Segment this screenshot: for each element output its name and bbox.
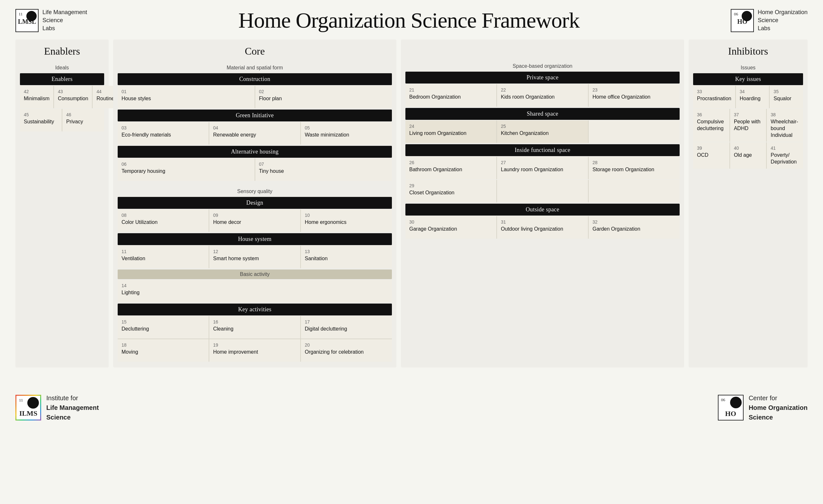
green-header: Green Initiative	[118, 109, 392, 121]
list-item: 23 Home office Organization	[589, 84, 680, 107]
empty-cell	[589, 120, 680, 143]
list-item: 41 Poverty/ Deprivation	[767, 142, 803, 169]
design-header: Design	[118, 197, 392, 209]
enablers-section: Enablers Ideals Enablers 42 Minimalism 4…	[15, 39, 109, 367]
list-item: 21 Bedroom Organization	[405, 84, 496, 107]
private-space-grid: 21 Bedroom Organization 22 Kids room Org…	[405, 84, 680, 107]
logo-text-left: Life Management Science Labs	[42, 8, 87, 33]
empty-cell	[497, 180, 588, 202]
logo-line1-right: Home Organization	[758, 8, 808, 16]
inside-functional-grid: 26 Bathroom Organization 27 Laundry room…	[405, 157, 680, 179]
list-item: 35 Squalor	[770, 86, 803, 108]
list-item: 27 Laundry room Organization	[497, 157, 588, 179]
footer-letters-left: ILMS	[19, 409, 37, 418]
key-issues-header: Key issues	[693, 73, 803, 85]
list-item: 15 Decluttering	[118, 316, 209, 338]
list-item: 07 Tiny house	[255, 158, 392, 181]
footer-line3-right: Science	[749, 413, 808, 422]
list-item: 02 Floor plan	[255, 86, 392, 108]
badge-num-left: 11	[19, 12, 23, 17]
closet-grid: 29 Closet Organization	[405, 180, 680, 202]
space-based-label: Space-based organization	[405, 61, 680, 70]
footer-line2-right: Home Organization	[749, 403, 808, 413]
footer-logo-left: 11 ILMS Institute for Life Management Sc…	[15, 393, 99, 422]
badge-circle-left	[26, 11, 37, 21]
list-item: 18 Moving	[118, 339, 209, 362]
main-framework: Enablers Ideals Enablers 42 Minimalism 4…	[0, 39, 823, 380]
footer-line1-right: Center for	[749, 393, 808, 403]
list-item: 06 Temporary housing	[118, 158, 255, 181]
list-item: 08 Color Utilization	[118, 209, 209, 232]
logo-right: 06 HO Home Organization Science Labs	[731, 8, 808, 33]
basic-activity-header: Basic activity	[118, 269, 392, 279]
logo-line1-left: Life Management	[42, 8, 87, 16]
core-right-section: Space-based organization Private space 2…	[401, 39, 684, 367]
inhibitors-grid-2: 36 Compulsive decluttering 37 People wit…	[693, 109, 803, 142]
material-label: Material and spatial form	[118, 62, 392, 72]
logo-text-right: Home Organization Science Labs	[758, 8, 808, 33]
green-grid: 03 Eco-friendly materials 04 Renewable e…	[118, 122, 392, 145]
list-item: 38 Wheelchair-bound Individual	[767, 109, 803, 142]
list-item: 22 Kids room Organization	[497, 84, 588, 107]
alt-housing-grid: 06 Temporary housing 07 Tiny house	[118, 158, 392, 181]
list-item: 28 Storage room Organization	[589, 157, 680, 179]
list-item: 33 Procrastination	[693, 86, 735, 108]
core-right-spacer	[405, 45, 680, 61]
list-item: 04 Renewable energy	[209, 122, 300, 145]
footer-text-left: Institute for Life Management Science	[46, 393, 99, 422]
list-item: 12 Smart home system	[209, 246, 300, 268]
list-item: 16 Cleaning	[209, 316, 300, 338]
logo-line3-left: Labs	[42, 24, 87, 32]
list-item: 42 Minimalism	[20, 86, 53, 108]
inside-functional-header: Inside functional space	[405, 144, 680, 156]
list-item: 39 OCD	[693, 142, 729, 169]
footer-letters-right: HO	[725, 410, 736, 418]
sensory-label: Sensory quality	[118, 186, 392, 196]
badge-num-right: 06	[734, 12, 738, 17]
footer-line1-left: Institute for	[46, 393, 99, 403]
core-title-left: Core	[118, 45, 392, 57]
outside-space-header: Outside space	[405, 204, 680, 216]
inhibitors-section: Inhibitors Issues Key issues 33 Procrast…	[689, 39, 808, 367]
list-item: 05 Waste minimization	[301, 122, 392, 145]
inhibitors-grid-1: 33 Procrastination 34 Hoarding 35 Squalo…	[693, 86, 803, 108]
badge-circle-right	[742, 11, 752, 21]
alt-housing-header: Alternative housing	[118, 146, 392, 158]
list-item: 29 Closet Organization	[405, 180, 496, 202]
list-item: 19 Home improvement	[209, 339, 300, 362]
list-item: 37 People with ADHD	[730, 109, 767, 142]
list-item: 25 Kitchen Organization	[497, 120, 588, 143]
logo-left: 11 LMSL Life Management Science Labs	[15, 8, 87, 33]
inhibitors-grid-3: 39 OCD 40 Old age 41 Poverty/ Deprivatio…	[693, 142, 803, 169]
key-activities-grid: 15 Decluttering 16 Cleaning 17 Digital d…	[118, 316, 392, 362]
footer-line2-left: Life Management	[46, 403, 99, 413]
house-system-grid: 11 Ventilation 12 Smart home system 13 S…	[118, 246, 392, 268]
footer: 11 ILMS Institute for Life Management Sc…	[0, 386, 823, 430]
list-item: 46 Privacy	[62, 109, 104, 132]
footer-logo-right: 06 HO Center for Home Organization Scien…	[718, 393, 808, 422]
outside-space-grid: 30 Garage Organization 31 Outdoor living…	[405, 216, 680, 239]
list-item: 40 Old age	[730, 142, 767, 169]
list-item: 11 Ventilation	[118, 246, 209, 268]
logo-line2-left: Science	[42, 16, 87, 24]
enablers-title: Enablers	[20, 45, 104, 57]
construction-grid: 01 House styles 02 Floor plan	[118, 86, 392, 108]
construction-header: Construction	[118, 73, 392, 85]
shared-space-grid: 24 Living room Organization 25 Kitchen O…	[405, 120, 680, 143]
footer-badge-right: 06 HO	[718, 395, 744, 421]
enablers-category: Ideals	[20, 62, 104, 72]
enablers-grid-bottom: 45 Sustainability 46 Privacy	[20, 109, 104, 132]
inhibitors-title: Inhibitors	[693, 45, 803, 57]
list-item: 24 Living room Organization	[405, 120, 496, 143]
shared-space-header: Shared space	[405, 108, 680, 120]
list-item: 32 Garden Organization	[589, 216, 680, 239]
enablers-grid-top: 42 Minimalism 43 Consumption 44 Routines	[20, 86, 104, 108]
list-item: 20 Organizing for celebration	[301, 339, 392, 362]
lighting-grid: 14 Lighting	[118, 280, 392, 302]
footer-circle-left	[27, 397, 39, 409]
footer-num-right: 06	[721, 397, 725, 403]
list-item: 45 Sustainability	[20, 109, 62, 132]
logo-line2-right: Science	[758, 16, 808, 24]
list-item: 03 Eco-friendly materials	[118, 122, 209, 145]
page-title: Home Organization Science Framework	[87, 8, 731, 33]
